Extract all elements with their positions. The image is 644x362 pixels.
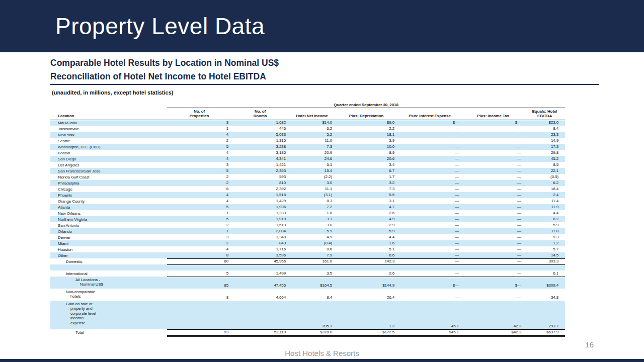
cell: 14.9	[524, 138, 565, 144]
cell: 11.0	[289, 138, 335, 144]
row-label: International	[50, 270, 167, 277]
cell: 2.4	[524, 192, 565, 198]
cell: —	[397, 258, 462, 264]
cell: 8.4	[289, 289, 335, 301]
cell: 1,518	[231, 192, 289, 198]
cell: 6.1	[524, 270, 565, 277]
cell	[289, 264, 335, 270]
quarter-header-spacer	[50, 101, 167, 108]
table-row: Phoenix41,518(3.1)5.5——2.4	[50, 192, 565, 198]
cell: —	[397, 126, 462, 132]
cell: 1,682	[231, 120, 289, 126]
cell: 5.1	[335, 246, 397, 252]
cell: 2,004	[231, 228, 289, 234]
cell: —	[397, 180, 462, 186]
cell: 15.4	[289, 168, 335, 174]
cell: 2	[167, 222, 231, 228]
cell: —	[397, 246, 462, 252]
table-row: All Locations - Nominal US$8547,455$164.…	[50, 277, 565, 289]
cell: 5.2	[289, 132, 335, 138]
row-label: Orlando	[50, 228, 167, 234]
cell: 5.5	[335, 192, 397, 198]
table-row: Denver31,3404.94.4——9.3	[50, 234, 565, 240]
cell: 3,238	[231, 144, 289, 150]
cell: 843	[231, 240, 289, 246]
cell: —	[462, 180, 524, 186]
cell: $42.3	[462, 329, 524, 336]
cell: 293.7	[524, 301, 565, 329]
cell: —	[462, 126, 524, 132]
cell: 8.2	[524, 216, 565, 222]
cell: 24.6	[289, 156, 335, 162]
cell: 4.9	[289, 234, 335, 240]
row-label: Other	[50, 252, 167, 258]
cell: 6	[167, 186, 231, 192]
cell: 93	[167, 329, 231, 336]
cell: 8.3	[289, 198, 335, 204]
cell: 4,664	[231, 289, 289, 301]
cell: —	[397, 192, 462, 198]
cell	[462, 264, 524, 270]
comparable-hotel-table: Quarter ended September 30, 2018 Locatio…	[50, 101, 565, 337]
cell: 4	[167, 198, 231, 204]
cell: 1.7	[335, 174, 397, 180]
table-row: Total9352,119$378.0$172.5$45.1$42.3$637.…	[50, 329, 565, 336]
cell: —	[462, 204, 524, 210]
cell: (0.5)	[524, 174, 565, 180]
cell: 1.2	[524, 240, 565, 246]
table-row: Miami2843(0.4)1.6——1.2	[50, 240, 565, 246]
cell	[397, 264, 462, 270]
bottom-accent-bar	[0, 359, 644, 362]
row-label: Washington, D.C. (CBD)	[50, 144, 167, 150]
cell: 5	[167, 168, 231, 174]
table-row: Los Angeles31,4215.13.4——8.5	[50, 162, 565, 168]
cell: 18.4	[524, 186, 565, 192]
cell: 4.4	[524, 210, 565, 216]
row-label: Florida Gulf Coast	[50, 174, 167, 180]
cell: 2,353	[231, 168, 289, 174]
cell: 80	[167, 258, 231, 264]
cell	[335, 264, 397, 270]
cell: 1	[167, 228, 231, 234]
cell: 5.7	[524, 246, 565, 252]
cell: —	[397, 216, 462, 222]
cell: —	[462, 156, 524, 162]
cell: 11.1	[289, 186, 335, 192]
table-row: New York45,0335.218.1——23.3	[50, 132, 565, 138]
cell: 2.6	[335, 270, 397, 277]
cell: 45.1	[397, 301, 462, 329]
row-label: Chicago	[50, 186, 167, 192]
cell: 5.9	[524, 222, 565, 228]
slide-header-bar: Property Level Data	[0, 0, 644, 52]
cell	[167, 301, 231, 329]
cell: 3.0	[289, 180, 335, 186]
cell: 2	[167, 174, 231, 180]
cell: 3.2	[335, 180, 397, 186]
cell: —	[462, 132, 524, 138]
cell: 1,429	[231, 198, 289, 204]
cell: 3.5	[289, 270, 335, 277]
row-label: Miami	[50, 240, 167, 246]
table-row: Jacksonville14466.22.2——8.4	[50, 126, 565, 132]
table-row: Chicago62,39211.17.3——18.4	[50, 186, 565, 192]
cell: 8	[167, 289, 231, 301]
cell: 593	[231, 174, 289, 180]
cell: 5	[167, 144, 231, 150]
row-label: Phoenix	[50, 192, 167, 198]
cell: $637.9	[524, 329, 565, 336]
row-label	[50, 264, 167, 270]
cell: —	[462, 228, 524, 234]
cell: —	[462, 252, 524, 258]
table-row: Florida Gulf Coast2593(2.2)1.7——(0.5)	[50, 174, 565, 180]
cell: 18.1	[335, 132, 397, 138]
cell: 3.4	[335, 162, 397, 168]
cell: 303.3	[524, 258, 565, 264]
cell: 2.2	[335, 126, 397, 132]
cell: 29.8	[524, 150, 565, 156]
table-row: Seattle21,31511.03.9——14.9	[50, 138, 565, 144]
cell: 14.5	[524, 252, 565, 258]
column-header: No. of Properties	[167, 108, 231, 120]
cell: 2,392	[231, 186, 289, 192]
table-row: Other83,5967.96.6——14.5	[50, 252, 565, 258]
cell: 3	[167, 120, 231, 126]
